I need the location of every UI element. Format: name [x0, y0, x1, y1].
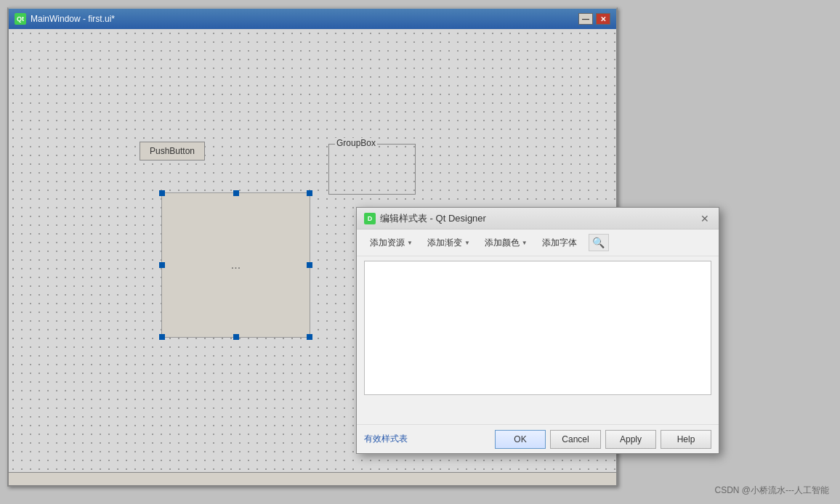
dialog-bottom: 有效样式表 OK Cancel Apply Help: [357, 424, 719, 453]
add-color-button[interactable]: 添加颜色 ▼: [479, 235, 533, 251]
css-editor[interactable]: [364, 261, 711, 395]
add-font-label: 添加字体: [542, 237, 577, 249]
valid-style-label: 有效样式表: [364, 433, 490, 445]
groupbox-label: GroupBox: [335, 138, 377, 148]
close-button[interactable]: ✕: [596, 13, 610, 25]
titlebar-buttons: — ✕: [578, 13, 610, 25]
handle-tc[interactable]: [233, 190, 239, 196]
dialog-titlebar: D 编辑样式表 - Qt Designer ✕: [357, 208, 719, 229]
handle-br[interactable]: [307, 334, 312, 340]
pushbutton-label: PushButton: [150, 146, 195, 156]
add-gradient-button[interactable]: 添加渐变 ▼: [421, 235, 476, 251]
dialog-title: 编辑样式表 - Qt Designer: [380, 212, 486, 225]
watermark: CSDN @小桥流水---人工智能: [714, 484, 829, 497]
handle-tl[interactable]: [159, 190, 165, 196]
status-bar: [9, 472, 616, 485]
add-resource-button[interactable]: 添加资源 ▼: [364, 235, 419, 251]
titlebar-left: Qt MainWindow - first.ui*: [15, 13, 115, 25]
add-gradient-label: 添加渐变: [427, 237, 462, 249]
apply-button[interactable]: Apply: [605, 430, 656, 449]
handle-tr[interactable]: [307, 190, 312, 196]
handle-bc[interactable]: [233, 334, 239, 340]
cancel-button[interactable]: Cancel: [550, 430, 601, 449]
handle-ml[interactable]: [159, 262, 165, 268]
search-button[interactable]: 🔍: [589, 234, 609, 251]
add-resource-arrow-icon: ▼: [407, 240, 413, 246]
style-editor-dialog: D 编辑样式表 - Qt Designer ✕ 添加资源 ▼ 添加渐变 ▼ 添加…: [356, 207, 719, 454]
add-resource-label: 添加资源: [370, 237, 405, 249]
add-color-label: 添加颜色: [485, 237, 520, 249]
help-button[interactable]: Help: [661, 430, 711, 449]
dialog-titlebar-left: D 编辑样式表 - Qt Designer: [364, 212, 486, 225]
dialog-close-button[interactable]: ✕: [698, 212, 711, 225]
dialog-qt-logo-icon: D: [364, 213, 376, 224]
ok-button[interactable]: OK: [495, 430, 546, 449]
dialog-toolbar: 添加资源 ▼ 添加渐变 ▼ 添加颜色 ▼ 添加字体 🔍: [357, 229, 719, 256]
handle-bl[interactable]: [159, 334, 165, 340]
add-color-arrow-icon: ▼: [522, 240, 528, 246]
groupbox-widget[interactable]: GroupBox: [328, 144, 416, 195]
qt-logo-icon: Qt: [15, 13, 26, 25]
minimize-button[interactable]: —: [578, 13, 593, 25]
selected-widget-label: ...: [231, 259, 241, 272]
main-titlebar: Qt MainWindow - first.ui* — ✕: [9, 9, 616, 29]
search-icon: 🔍: [592, 237, 605, 248]
selected-widget[interactable]: ...: [161, 192, 310, 338]
main-window-title: MainWindow - first.ui*: [31, 14, 115, 24]
handle-mr[interactable]: [307, 262, 312, 268]
add-font-button[interactable]: 添加字体: [536, 235, 583, 251]
add-gradient-arrow-icon: ▼: [464, 240, 470, 246]
pushbutton-widget[interactable]: PushButton: [140, 142, 205, 160]
